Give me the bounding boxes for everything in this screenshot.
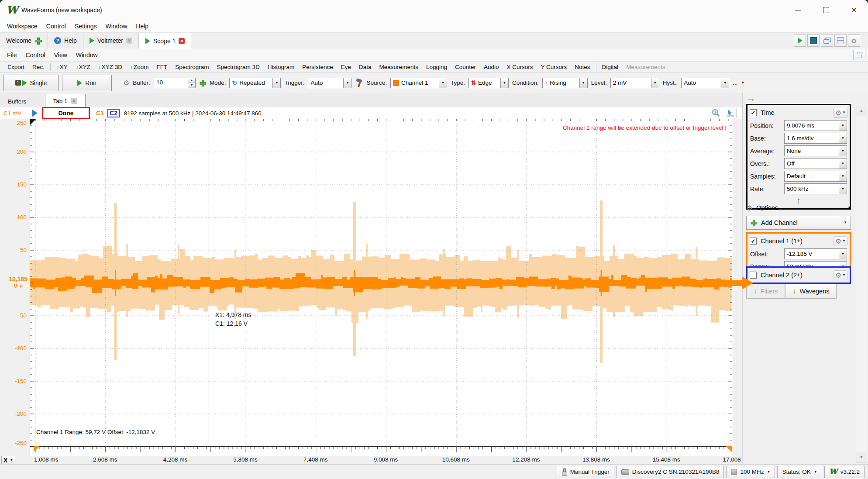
close-button[interactable]: ✕ bbox=[840, 0, 868, 20]
tab-welcome[interactable]: Welcome bbox=[0, 33, 48, 48]
view--xy[interactable]: +XY bbox=[52, 64, 72, 70]
menu-item-settings[interactable]: Settings bbox=[70, 23, 101, 30]
view-audio[interactable]: Audio bbox=[480, 64, 503, 70]
dropdown-arrow-icon[interactable]: ▼ bbox=[839, 133, 847, 143]
view-data[interactable]: Data bbox=[355, 64, 375, 70]
scope-menu-item-file[interactable]: File bbox=[3, 52, 21, 59]
add-buffer-icon[interactable] bbox=[200, 79, 206, 86]
condition-dropdown[interactable]: ↑Rising ▼ bbox=[542, 78, 588, 88]
more-options-button[interactable]: ... bbox=[733, 79, 737, 86]
menu-item-help[interactable]: Help bbox=[131, 23, 153, 30]
restore-scope-window-button[interactable] bbox=[853, 50, 865, 60]
device-button[interactable]: Discovery2 C SN:210321A190B8 bbox=[617, 466, 724, 478]
view-persistence[interactable]: Persistence bbox=[298, 64, 337, 70]
time-dropdown-2[interactable]: None▼ bbox=[784, 145, 847, 156]
pointer-tool-button[interactable] bbox=[725, 108, 737, 118]
dropdown-arrow-icon[interactable]: ▼ bbox=[439, 78, 447, 88]
dropdown-arrow-icon[interactable]: ▼ bbox=[839, 159, 847, 169]
clock-frequency-button[interactable]: 100 MHz ▼ bbox=[726, 466, 775, 478]
options-row[interactable]: ⚙ Options ▼ bbox=[746, 202, 851, 214]
zoom-1-button[interactable]: 1 bbox=[710, 108, 721, 118]
view-logging[interactable]: Logging bbox=[422, 64, 451, 70]
mode-dropdown[interactable]: ↻Repeated ▼ bbox=[229, 78, 281, 88]
type-dropdown[interactable]: ⇅Edge ▼ bbox=[468, 78, 509, 88]
view--xyz-3d[interactable]: +XYZ 3D bbox=[94, 64, 126, 70]
channel2-gear-button[interactable]: ⚙▼ bbox=[834, 270, 847, 280]
view-export[interactable]: Export bbox=[3, 64, 28, 70]
view-eye[interactable]: Eye bbox=[337, 64, 355, 70]
dropdown-arrow-icon[interactable]: ▼ bbox=[343, 78, 351, 88]
x-axis-ruler[interactable] bbox=[30, 446, 732, 456]
view--zoom[interactable]: +Zoom bbox=[126, 64, 152, 70]
view-spectrogram-3d[interactable]: Spectrogram 3D bbox=[213, 64, 263, 70]
tab-help[interactable]: ? Help bbox=[48, 33, 83, 48]
close-tab-icon[interactable]: ✕ bbox=[126, 38, 132, 44]
scroll-up-icon[interactable]: ▲ bbox=[856, 105, 867, 116]
trigger-dropdown[interactable]: Auto ▼ bbox=[308, 78, 351, 88]
scope-menu-item-view[interactable]: View bbox=[50, 52, 72, 59]
status-button[interactable]: Status: OK ▼ bbox=[777, 466, 822, 478]
buffer-value[interactable]: 10 bbox=[154, 78, 188, 88]
trigger-setup-icon[interactable] bbox=[355, 79, 363, 87]
wavegens-button[interactable]: ↓ Wavegens bbox=[785, 284, 837, 299]
scroll-down-icon[interactable]: ▼ bbox=[856, 452, 867, 462]
add-channel-button[interactable]: Add Channel ▼ bbox=[746, 216, 851, 230]
manual-trigger-button[interactable]: Manual Trigger bbox=[557, 466, 614, 478]
trigger-position-marker[interactable] bbox=[30, 119, 36, 125]
buffer-spinner-arrows[interactable]: ▲▼ bbox=[188, 78, 195, 88]
source-dropdown[interactable]: Channel 1 ▼ bbox=[390, 78, 447, 88]
dropdown-arrow-icon[interactable]: ▼ bbox=[500, 78, 508, 88]
y-axis-unit-label[interactable]: C1 mV bbox=[3, 110, 28, 117]
more-caret-icon[interactable]: ▼ bbox=[741, 81, 745, 85]
settings-button[interactable]: ⚙ bbox=[848, 34, 860, 47]
tab-scope1[interactable]: Scope 1 ✕ bbox=[139, 33, 191, 49]
x-axis-button[interactable]: X▼ bbox=[1, 456, 15, 464]
version-button[interactable]: W v3.22.2 bbox=[824, 466, 865, 478]
hysteresis-dropdown[interactable]: Auto ▼ bbox=[681, 78, 729, 88]
level-dropdown[interactable]: 2 mV ▼ bbox=[610, 78, 659, 88]
dropdown-arrow-icon[interactable]: ▼ bbox=[839, 171, 847, 181]
channel1-dropdown-0[interactable]: -12.185 V▼ bbox=[784, 248, 847, 259]
time-dropdown-0[interactable]: 9.0076 ms▼ bbox=[784, 120, 847, 131]
view-histogram[interactable]: Histogram bbox=[264, 64, 299, 70]
buffer-spinner[interactable]: 10 ▲▼ bbox=[154, 78, 196, 88]
scope-menu-item-control[interactable]: Control bbox=[21, 52, 50, 59]
run-button[interactable]: Run bbox=[62, 75, 112, 91]
time-dropdown-5[interactable]: 500 kHz▼ bbox=[784, 183, 847, 194]
dropdown-arrow-icon[interactable]: ▼ bbox=[839, 121, 847, 131]
tab-tab1[interactable]: Tab 1 ✕ bbox=[45, 94, 86, 107]
channel1-gear-button[interactable]: ⚙▼ bbox=[834, 236, 847, 246]
dropdown-arrow-icon[interactable]: ▼ bbox=[839, 249, 847, 259]
close-tab-icon[interactable]: ✕ bbox=[71, 98, 77, 104]
view-rec[interactable]: Rec. bbox=[28, 64, 48, 70]
dropdown-arrow-icon[interactable]: ▼ bbox=[721, 78, 729, 88]
tab-voltmeter[interactable]: Voltmeter ✕ bbox=[83, 33, 139, 48]
single-button[interactable]: 1 Single bbox=[3, 75, 59, 91]
view-fft[interactable]: FFT bbox=[152, 64, 171, 70]
trigger-level-marker[interactable] bbox=[729, 276, 753, 289]
scope-menu-item-window[interactable]: Window bbox=[72, 52, 102, 59]
spinner-down-icon[interactable]: ▼ bbox=[188, 83, 195, 88]
run-all-button[interactable] bbox=[794, 34, 806, 47]
channel2-toggle[interactable]: C2 bbox=[107, 109, 120, 117]
time-dropdown-1[interactable]: 1.6 ms/div▼ bbox=[784, 133, 847, 144]
spinner-up-icon[interactable]: ▲ bbox=[188, 78, 195, 83]
stop-all-button[interactable] bbox=[807, 34, 820, 47]
tile-windows-button[interactable] bbox=[834, 34, 847, 47]
dropdown-arrow-icon[interactable]: ▼ bbox=[839, 146, 847, 156]
time-gear-button[interactable]: ⚙▼ bbox=[834, 108, 847, 118]
dropdown-arrow-icon[interactable]: ▼ bbox=[651, 78, 659, 88]
menu-item-control[interactable]: Control bbox=[42, 23, 70, 30]
view-notes[interactable]: Notes bbox=[571, 64, 594, 70]
dropdown-arrow-icon[interactable]: ▼ bbox=[272, 78, 280, 88]
minimize-button[interactable] bbox=[784, 0, 812, 20]
channel1-checkbox[interactable]: ✓ bbox=[750, 238, 757, 245]
view-y-cursors[interactable]: Y Cursors bbox=[537, 64, 571, 70]
maximize-button[interactable] bbox=[812, 0, 840, 20]
menu-item-workspace[interactable]: Workspace bbox=[3, 23, 42, 30]
channel1-toggle[interactable]: C1 bbox=[96, 110, 104, 117]
close-tab-icon[interactable]: ✕ bbox=[179, 38, 185, 44]
tab-buffers[interactable]: Buffers bbox=[0, 95, 34, 107]
cascade-windows-button[interactable] bbox=[821, 34, 833, 47]
buffer-gear-icon[interactable]: ⚙ bbox=[123, 79, 129, 87]
